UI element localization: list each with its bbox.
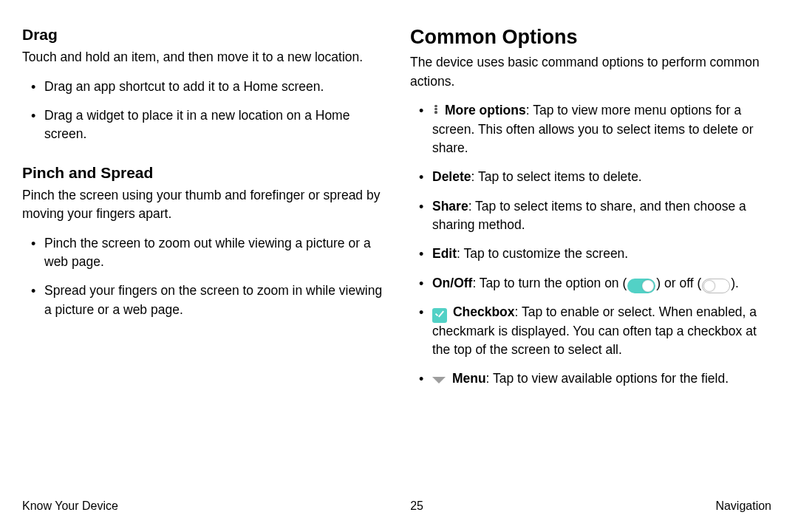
drag-intro: Touch and hold an item, and then move it… bbox=[22, 48, 383, 66]
list-item-menu: Menu: Tap to view available options for … bbox=[410, 369, 771, 388]
share-text: : Tap to select items to share, and then… bbox=[432, 199, 746, 232]
edit-text: : Tap to customize the screen. bbox=[457, 246, 628, 261]
common-options-intro: The device uses basic command options to… bbox=[410, 53, 771, 91]
onoff-mid: ) or off ( bbox=[656, 276, 701, 290]
delete-label: Delete bbox=[432, 169, 471, 184]
list-item-checkbox: Checkbox: Tap to enable or select. When … bbox=[410, 303, 771, 359]
common-options-list: More options: Tap to view more menu opti… bbox=[410, 101, 771, 389]
onoff-post: ). bbox=[731, 276, 739, 290]
pinch-bullet-list: Pinch the screen to zoom out while viewi… bbox=[22, 234, 383, 320]
pinch-heading: Pinch and Spread bbox=[22, 163, 383, 182]
right-column: Common Options The device uses basic com… bbox=[410, 25, 771, 532]
more-options-label: More options bbox=[445, 103, 526, 117]
pinch-intro: Pinch the screen using your thumb and fo… bbox=[22, 186, 383, 224]
menu-text: : Tap to view available options for the … bbox=[486, 371, 729, 386]
share-label: Share bbox=[432, 199, 468, 214]
onoff-pre: : Tap to turn the option on ( bbox=[472, 276, 627, 290]
toggle-off-icon bbox=[702, 279, 730, 293]
footer-right: Navigation bbox=[715, 499, 771, 513]
checkbox-icon bbox=[432, 308, 447, 323]
more-options-icon bbox=[432, 104, 440, 117]
drag-heading: Drag bbox=[22, 25, 383, 44]
list-item-share: Share: Tap to select items to share, and… bbox=[410, 197, 771, 235]
list-item-delete: Delete: Tap to select items to delete. bbox=[410, 168, 771, 186]
menu-label: Menu bbox=[452, 371, 486, 386]
list-item-more-options: More options: Tap to view more menu opti… bbox=[410, 101, 771, 157]
drag-bullet-list: Drag an app shortcut to add it to a Home… bbox=[22, 78, 383, 144]
list-item: Drag an app shortcut to add it to a Home… bbox=[22, 78, 383, 96]
toggle-on-icon bbox=[627, 279, 655, 293]
left-column: Drag Touch and hold an item, and then mo… bbox=[22, 25, 383, 532]
list-item: Drag a widget to place it in a new locat… bbox=[22, 106, 383, 144]
page-footer: Know Your Device 25 Navigation bbox=[22, 499, 771, 513]
checkbox-label: Checkbox bbox=[453, 304, 515, 319]
list-item-onoff: On/Off: Tap to turn the option on () or … bbox=[410, 274, 771, 293]
edit-label: Edit bbox=[432, 246, 457, 261]
footer-left: Know Your Device bbox=[22, 499, 118, 513]
delete-text: : Tap to select items to delete. bbox=[471, 169, 642, 184]
list-item: Spread your fingers on the screen to zoo… bbox=[22, 282, 383, 319]
common-options-heading: Common Options bbox=[410, 25, 771, 49]
list-item: Pinch the screen to zoom out while viewi… bbox=[22, 234, 383, 272]
list-item-edit: Edit: Tap to customize the screen. bbox=[410, 245, 771, 263]
onoff-label: On/Off bbox=[432, 276, 472, 290]
chevron-down-icon bbox=[432, 377, 446, 383]
footer-page-number: 25 bbox=[410, 499, 423, 513]
page-body: Drag Touch and hold an item, and then mo… bbox=[0, 0, 798, 532]
